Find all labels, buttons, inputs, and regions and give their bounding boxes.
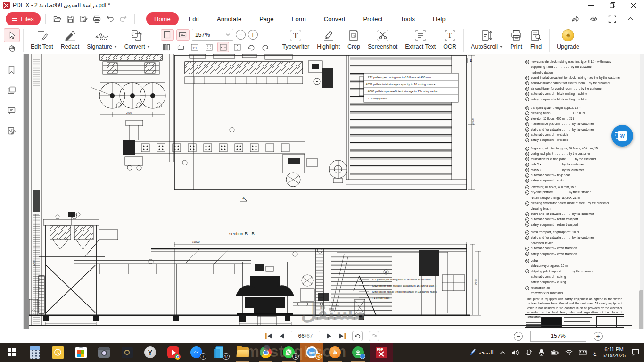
save-button[interactable] [64, 13, 77, 25]
ocr-button[interactable]: T OCR [439, 27, 460, 53]
spec-group-1: 20new concrete block making machine, typ… [525, 59, 625, 102]
tab-form[interactable]: Form [284, 12, 314, 25]
signature-button[interactable]: Signature [83, 27, 121, 53]
action-center-icon[interactable] [632, 349, 639, 356]
collapse-ribbon-button[interactable] [627, 15, 635, 23]
quick-print-button[interactable] [90, 13, 103, 25]
tab-help[interactable]: Help [425, 12, 454, 25]
highlight-button[interactable]: Highlight [313, 27, 344, 53]
first-page-button[interactable] [265, 333, 272, 339]
save-as-button[interactable] [77, 13, 90, 25]
share-button[interactable] [571, 15, 579, 23]
tray-microphone-icon[interactable] [538, 349, 545, 356]
facing-pages-button[interactable] [161, 42, 173, 52]
status-zoom-in-button[interactable]: + [594, 332, 603, 341]
taskbar-dark-app-icon[interactable] [116, 343, 139, 362]
extract-text-button[interactable]: Extract Text [401, 27, 439, 53]
thumbnails-panel-button[interactable] [7, 86, 16, 95]
comments-panel-button[interactable] [7, 106, 16, 115]
taskbar-avast-icon[interactable] [323, 343, 347, 362]
minimize-button[interactable] [580, 0, 602, 10]
print-button[interactable]: Print [506, 27, 526, 53]
rotate-ccw-button[interactable] [260, 42, 272, 52]
tab-tools[interactable]: Tools [393, 12, 423, 25]
spec-line: 40lowerator, 16 floors, 400 mm, 15 t [525, 184, 625, 189]
select-tool-button[interactable] [4, 28, 20, 42]
screenshot-button[interactable]: Screenshot [364, 27, 401, 53]
tray-keyboard-icon[interactable] [579, 350, 587, 355]
tray-clock[interactable]: 6:11 PM 5/19/2025 [603, 346, 626, 359]
fit-page-toggle[interactable] [161, 29, 174, 41]
next-page-button[interactable] [326, 333, 332, 339]
tray-battery-icon[interactable] [551, 350, 559, 355]
taskbar-imo-icon[interactable]: imo ⊘ [300, 343, 323, 362]
edit-text-button[interactable]: Edit Text [27, 27, 57, 53]
fullscreen-button[interactable] [608, 15, 616, 23]
fit-height-button[interactable] [231, 42, 243, 52]
find-button[interactable]: Find [526, 27, 546, 53]
rotate-cw-button[interactable] [246, 42, 257, 52]
fit-width-toggle[interactable] [176, 29, 190, 41]
close-button[interactable] [623, 0, 644, 10]
vertical-scrollbar[interactable] [640, 54, 644, 329]
redo-button[interactable] [116, 13, 130, 25]
taskbar-camera-icon[interactable] [92, 343, 116, 362]
taskbar-calculator-icon[interactable] [23, 343, 46, 362]
fit-width-button[interactable] [217, 42, 229, 52]
undo-button[interactable] [103, 13, 116, 25]
stamps-panel-button[interactable] [7, 126, 16, 135]
actual-size-button[interactable]: 1:1 [189, 42, 201, 52]
taskbar-youtube-icon[interactable] [162, 343, 185, 362]
previous-page-button[interactable] [279, 333, 285, 339]
tray-chevron-icon[interactable] [500, 351, 505, 354]
redact-button[interactable]: Redact [57, 27, 83, 53]
taskbar-alarms-icon[interactable] [46, 343, 69, 362]
taskbar-y-app-icon[interactable]: Y [139, 343, 162, 362]
tray-wifi-icon[interactable] [565, 350, 573, 355]
restore-button[interactable] [602, 0, 623, 10]
tray-volume-icon[interactable] [512, 349, 519, 356]
start-button[interactable] [0, 343, 23, 362]
files-button[interactable]: Files [6, 12, 41, 25]
tab-home[interactable]: Home [146, 12, 179, 25]
autoscroll-button[interactable]: AutoScroll [467, 27, 506, 53]
convert-to-word-floating-button[interactable]: W [611, 125, 633, 147]
snapshot-box-button[interactable] [175, 42, 187, 52]
tab-annotate[interactable]: Annotate [209, 12, 249, 25]
tray-app-alnatija[interactable]: النتيجة [469, 349, 494, 356]
taskbar-your-phone-icon[interactable]: 47 [208, 343, 231, 362]
taskbar-idm-icon[interactable] [347, 343, 370, 362]
status-zoom-level[interactable]: 157% [530, 331, 586, 342]
taskbar-store-icon[interactable] [69, 343, 92, 362]
taskbar-file-explorer-icon[interactable] [231, 343, 254, 362]
tray-language-indicator[interactable]: ع [593, 349, 596, 356]
scrollbar-thumb[interactable] [639, 290, 643, 335]
zoom-in-button[interactable]: + [248, 30, 258, 40]
zoom-out-button[interactable]: − [236, 30, 246, 40]
crop-button[interactable]: Crop [344, 27, 364, 53]
status-zoom-out-button[interactable]: − [514, 332, 523, 341]
hand-tool-button[interactable] [4, 43, 20, 53]
open-file-button[interactable] [50, 13, 64, 25]
typewriter-button[interactable]: T Typewriter [279, 27, 314, 53]
tab-edit[interactable]: Edit [181, 12, 207, 25]
convert-button[interactable]: Convert [121, 27, 154, 53]
tray-rotation-lock-icon[interactable] [525, 349, 532, 356]
previous-view-button[interactable] [352, 331, 363, 341]
taskbar-chrome-icon[interactable] [254, 343, 277, 362]
tab-protect[interactable]: Protect [355, 12, 390, 25]
page-number-input[interactable]: 66/67 [291, 331, 320, 341]
taskbar-messenger-icon[interactable]: 7 [185, 343, 208, 362]
taskbar-pdfx-icon[interactable]: PDF [370, 343, 393, 362]
spec-line: 47stairs and / or catwalks . . . . . . b… [525, 235, 625, 240]
upgrade-button[interactable]: ✷ Upgrade [553, 27, 583, 53]
next-view-button[interactable] [369, 331, 379, 341]
view-mode-eye-button[interactable] [590, 15, 598, 23]
bookmarks-panel-button[interactable] [7, 66, 16, 74]
last-page-button[interactable] [339, 333, 346, 339]
taskbar-whatsapp-icon[interactable]: 1 [277, 343, 300, 362]
zoom-level-combobox[interactable]: 157% [192, 29, 233, 41]
tab-convert[interactable]: Convert [316, 12, 354, 25]
fit-visible-button[interactable] [203, 42, 215, 52]
tab-page[interactable]: Page [251, 12, 281, 25]
